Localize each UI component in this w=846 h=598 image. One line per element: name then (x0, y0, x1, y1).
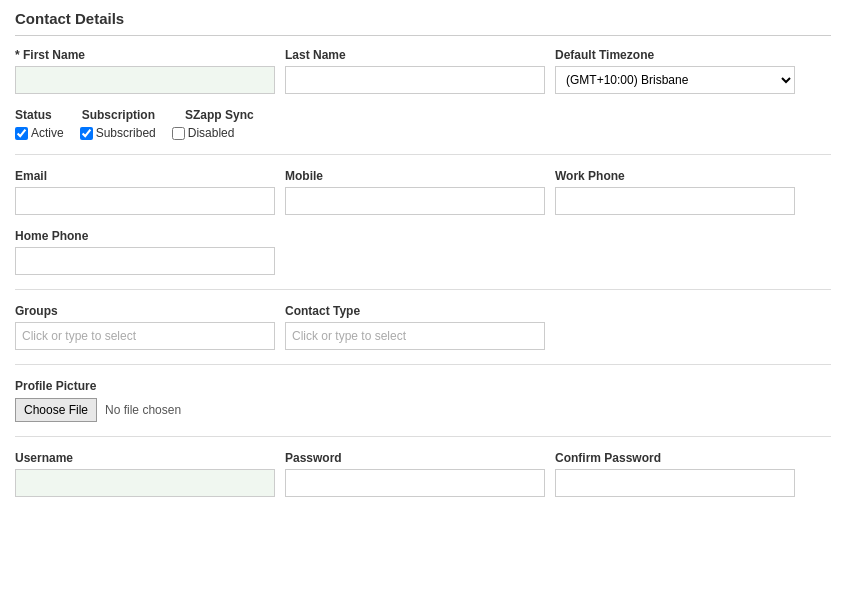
section-divider-3 (15, 364, 831, 365)
page-title: Contact Details (15, 10, 831, 27)
groups-select[interactable]: Click or type to select (15, 322, 275, 350)
first-name-group: * First Name (15, 48, 275, 94)
choose-file-button[interactable]: Choose File (15, 398, 97, 422)
section-divider-1 (15, 154, 831, 155)
profile-picture-label: Profile Picture (15, 379, 831, 393)
name-timezone-row: * First Name Last Name Default Timezone … (15, 48, 831, 94)
active-checkbox-label[interactable]: Active (15, 126, 64, 140)
work-phone-label: Work Phone (555, 169, 795, 183)
no-file-text: No file chosen (105, 403, 181, 417)
title-divider (15, 35, 831, 36)
profile-picture-section: Profile Picture Choose File No file chos… (15, 379, 831, 422)
last-name-input[interactable] (285, 66, 545, 94)
work-phone-input[interactable] (555, 187, 795, 215)
section-divider-2 (15, 289, 831, 290)
contact-type-group: Contact Type Click or type to select (285, 304, 545, 350)
active-checkbox[interactable] (15, 127, 28, 140)
szapp-sync-label: SZapp Sync (185, 108, 254, 122)
contact-type-label: Contact Type (285, 304, 545, 318)
last-name-label: Last Name (285, 48, 545, 62)
groups-contacttype-row: Groups Click or type to select Contact T… (15, 304, 831, 350)
username-group: Username (15, 451, 275, 497)
username-label: Username (15, 451, 275, 465)
groups-group: Groups Click or type to select (15, 304, 275, 350)
section-divider-4 (15, 436, 831, 437)
home-phone-row: Home Phone (15, 229, 831, 275)
file-input-row: Choose File No file chosen (15, 398, 831, 422)
password-label: Password (285, 451, 545, 465)
first-name-input[interactable] (15, 66, 275, 94)
home-phone-input[interactable] (15, 247, 275, 275)
home-phone-label: Home Phone (15, 229, 275, 243)
username-input[interactable] (15, 469, 275, 497)
subscribed-checkbox[interactable] (80, 127, 93, 140)
email-input[interactable] (15, 187, 275, 215)
timezone-group: Default Timezone (GMT+10:00) Brisbane(GM… (555, 48, 795, 94)
contact-type-select[interactable]: Click or type to select (285, 322, 545, 350)
subscribed-checkbox-label[interactable]: Subscribed (80, 126, 156, 140)
status-labels-row: Status Subscription SZapp Sync (15, 108, 831, 122)
mobile-input[interactable] (285, 187, 545, 215)
last-name-group: Last Name (285, 48, 545, 94)
disabled-checkbox[interactable] (172, 127, 185, 140)
groups-placeholder: Click or type to select (22, 329, 136, 343)
timezone-select[interactable]: (GMT+10:00) Brisbane(GMT+00:00) UTC(GMT+… (555, 66, 795, 94)
work-phone-group: Work Phone (555, 169, 795, 215)
disabled-label-text: Disabled (188, 126, 235, 140)
first-name-label: * First Name (15, 48, 275, 62)
mobile-label: Mobile (285, 169, 545, 183)
disabled-checkbox-label[interactable]: Disabled (172, 126, 235, 140)
status-label: Status (15, 108, 52, 122)
password-input[interactable] (285, 469, 545, 497)
credentials-row: Username Password Confirm Password (15, 451, 831, 497)
confirm-password-label: Confirm Password (555, 451, 795, 465)
email-group: Email (15, 169, 275, 215)
mobile-group: Mobile (285, 169, 545, 215)
contact-type-placeholder: Click or type to select (292, 329, 406, 343)
groups-label: Groups (15, 304, 275, 318)
confirm-password-group: Confirm Password (555, 451, 795, 497)
subscription-label: Subscription (82, 108, 155, 122)
status-checkboxes-row: Active Subscribed Disabled (15, 126, 831, 140)
home-phone-group: Home Phone (15, 229, 275, 275)
active-label-text: Active (31, 126, 64, 140)
email-label: Email (15, 169, 275, 183)
subscribed-label-text: Subscribed (96, 126, 156, 140)
contact-phone-row: Email Mobile Work Phone (15, 169, 831, 215)
status-section: Status Subscription SZapp Sync Active Su… (15, 108, 831, 140)
timezone-label: Default Timezone (555, 48, 795, 62)
password-group: Password (285, 451, 545, 497)
confirm-password-input[interactable] (555, 469, 795, 497)
